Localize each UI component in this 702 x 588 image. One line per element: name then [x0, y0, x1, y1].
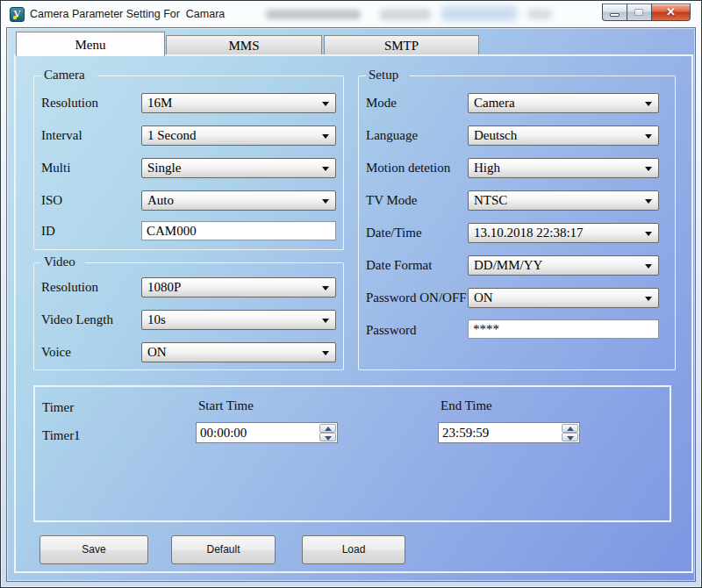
video-resolution-value: 1080P — [147, 280, 181, 295]
chevron-down-icon — [322, 102, 329, 106]
end-time-header: End Time — [441, 398, 492, 413]
setup-password-switch-label: Password ON/OFF — [366, 290, 467, 305]
spinner-up-button[interactable] — [562, 424, 578, 433]
camera-iso-label: ISO — [41, 193, 62, 208]
close-icon: ✕ — [666, 5, 676, 18]
chevron-down-icon — [645, 134, 652, 139]
setup-mode-label: Mode — [366, 96, 397, 111]
setup-password-switch-select[interactable]: ON — [468, 288, 659, 308]
setup-datetime-select[interactable]: 13.10.2018 22:38:17 — [468, 223, 659, 243]
app-icon: V — [10, 7, 25, 22]
setup-tvmode-label: TV Mode — [366, 193, 417, 208]
setup-language-value: Deutsch — [474, 128, 517, 143]
tab-smtp[interactable]: SMTP — [324, 35, 479, 54]
setup-motion-value: High — [474, 161, 500, 176]
setup-mode-select[interactable]: Camera — [468, 93, 659, 113]
chevron-down-icon — [322, 167, 329, 171]
video-voice-label: Voice — [41, 345, 71, 360]
maximize-icon — [634, 9, 643, 16]
setup-language-select[interactable]: Deutsch — [468, 125, 659, 146]
chevron-down-icon — [645, 199, 652, 204]
camera-id-label: ID — [41, 224, 55, 239]
titlebar[interactable]: V Camera Parameter Setting For Camara ✕ — [1, 1, 701, 27]
camera-multi-select[interactable]: Single — [141, 158, 336, 178]
video-voice-select[interactable]: ON — [141, 342, 336, 362]
tab-mms[interactable]: MMS — [166, 35, 322, 54]
chevron-down-icon — [322, 319, 329, 323]
close-button[interactable]: ✕ — [651, 4, 691, 21]
arrow-down-icon — [567, 436, 574, 441]
minimize-icon — [610, 13, 620, 17]
arrow-down-icon — [325, 436, 332, 441]
setup-datetime-label: Date/Time — [366, 226, 422, 240]
chevron-down-icon — [322, 134, 329, 139]
timer1-end-time-field[interactable] — [438, 422, 580, 443]
default-button[interactable]: Default — [171, 535, 276, 564]
timer1-start-spinner — [319, 424, 336, 441]
tab-menu[interactable]: Menu — [16, 32, 165, 56]
save-button[interactable]: Save — [39, 535, 148, 564]
setup-password-switch-value: ON — [474, 290, 493, 305]
setup-dateformat-label: Date Format — [366, 258, 432, 273]
setup-motion-label: Motion detetion — [366, 161, 450, 176]
video-length-label: Video Length — [41, 312, 113, 327]
setup-language-label: Language — [366, 128, 418, 143]
chevron-down-icon — [645, 297, 652, 301]
spinner-down-button[interactable] — [562, 433, 578, 441]
setup-dateformat-value: DD/MM/YY — [474, 258, 542, 273]
setup-tvmode-select[interactable]: NTSC — [468, 190, 659, 211]
camera-multi-value: Single — [147, 161, 181, 176]
video-voice-value: ON — [147, 345, 167, 360]
video-length-select[interactable]: 10s — [141, 310, 336, 330]
start-time-header: Start Time — [198, 398, 254, 413]
camera-interval-label: Interval — [41, 128, 82, 143]
spinner-up-button[interactable] — [319, 424, 336, 433]
camera-resolution-select[interactable]: 16M — [141, 93, 336, 113]
camera-resolution-value: 16M — [147, 96, 172, 111]
video-length-value: 10s — [147, 312, 166, 327]
video-resolution-select[interactable]: 1080P — [141, 277, 336, 298]
timer1-start-time-field[interactable] — [196, 422, 338, 443]
titlebar-artifact — [266, 10, 361, 19]
setup-motion-select[interactable]: High — [468, 158, 659, 178]
window-title: Camera Parameter Setting For Camara — [30, 8, 225, 20]
setup-tvmode-value: NTSC — [474, 193, 507, 208]
camera-id-input[interactable] — [141, 221, 336, 240]
camera-interval-select[interactable]: 1 Second — [141, 125, 336, 146]
arrow-up-icon — [567, 427, 574, 431]
setup-dateformat-select[interactable]: DD/MM/YY — [468, 255, 659, 276]
chevron-down-icon — [322, 199, 329, 204]
timer1-end-spinner — [561, 424, 578, 441]
spinner-down-button[interactable] — [319, 433, 336, 441]
camera-settings-window: V Camera Parameter Setting For Camara ✕ … — [0, 0, 702, 588]
caption-buttons: ✕ — [602, 4, 691, 21]
camera-group-title: Camera — [44, 68, 85, 82]
timer-title: Timer — [42, 400, 74, 415]
titlebar-artifact — [441, 6, 517, 21]
video-resolution-label: Resolution — [41, 280, 98, 295]
camera-resolution-label: Resolution — [41, 96, 98, 111]
chevron-down-icon — [645, 232, 652, 236]
chevron-down-icon — [322, 351, 329, 355]
video-group: Video Resolution 1080P Video Length 10s … — [33, 262, 344, 370]
titlebar-artifact — [527, 9, 552, 19]
timer1-label: Timer1 — [42, 428, 81, 443]
timer-group: Timer Start Time End Time Timer1 — [33, 385, 671, 522]
camera-group: Camera Resolution 16M Interval 1 Second … — [33, 75, 344, 250]
chevron-down-icon — [322, 286, 329, 290]
arrow-up-icon — [325, 427, 332, 431]
timer1-start-time-input[interactable] — [197, 423, 318, 442]
setup-password-label: Password — [366, 323, 417, 338]
setup-group-title: Setup — [369, 68, 398, 82]
minimize-button[interactable] — [602, 4, 627, 21]
titlebar-artifact — [380, 9, 431, 20]
load-button[interactable]: Load — [302, 535, 405, 564]
dialog-client-area: Menu MMS SMTP Camera Resolution 16M Inte… — [6, 27, 696, 582]
timer1-end-time-input[interactable] — [439, 423, 560, 442]
video-group-title: Video — [44, 255, 75, 269]
camera-iso-select[interactable]: Auto — [141, 190, 336, 211]
setup-group: Setup Mode Camera Language Deutsch Motio… — [358, 75, 676, 370]
maximize-button[interactable] — [627, 4, 651, 21]
camera-iso-value: Auto — [147, 193, 174, 208]
setup-password-input[interactable] — [468, 319, 659, 339]
